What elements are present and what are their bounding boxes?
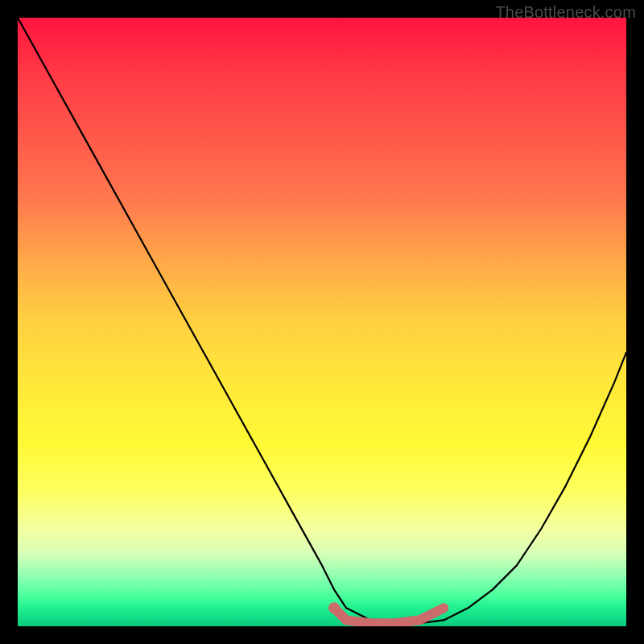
bottleneck-curve-line	[18, 18, 626, 623]
bottleneck-chart	[18, 18, 626, 626]
watermark-text: TheBottleneck.com	[495, 3, 636, 22]
chart-area	[18, 18, 626, 626]
optimal-start-dot	[328, 602, 340, 613]
